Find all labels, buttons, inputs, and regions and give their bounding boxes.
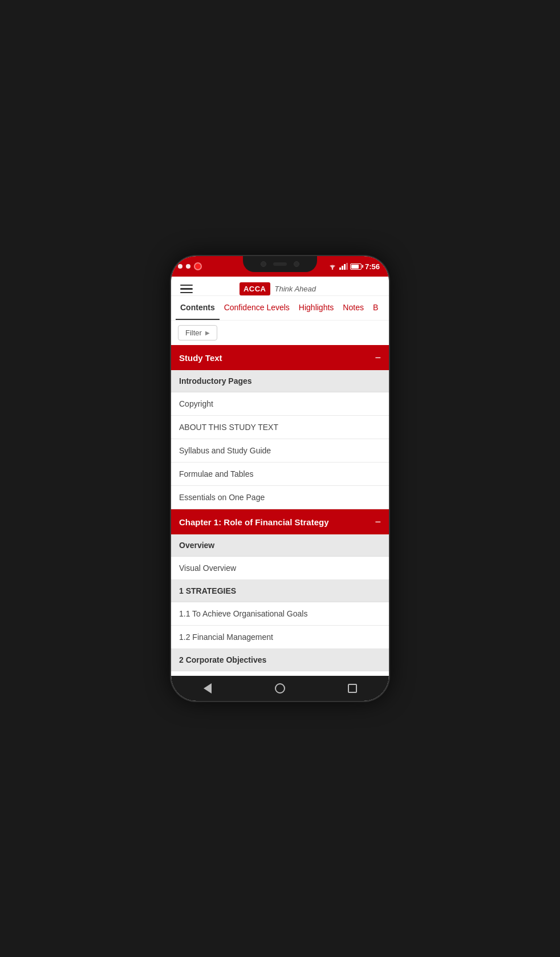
- subsection-introductory-pages[interactable]: Introductory Pages: [171, 370, 389, 392]
- hamburger-line-1: [180, 285, 193, 286]
- status-icons-right: 7:56: [328, 262, 380, 271]
- status-bar: 7:56: [171, 256, 389, 277]
- back-icon: [204, 683, 212, 694]
- tab-contents[interactable]: Contents: [176, 296, 220, 320]
- list-item-label: 1.1 To Achieve Organisational Goals: [179, 609, 307, 618]
- status-time: 7:56: [365, 262, 380, 271]
- list-item-copyright[interactable]: Copyright: [171, 392, 389, 416]
- back-button[interactable]: [201, 682, 214, 695]
- home-button[interactable]: [273, 682, 287, 695]
- list-item-label: Syllabus and Study Guide: [179, 446, 271, 455]
- filter-label: Filter: [185, 329, 202, 337]
- battery-icon: [350, 263, 362, 270]
- hamburger-line-3: [180, 292, 193, 294]
- list-item-label: Formulae and Tables: [179, 469, 253, 478]
- svg-point-0: [332, 268, 333, 269]
- recents-button[interactable]: [346, 682, 359, 695]
- list-item-label: Essentials on One Page: [179, 493, 265, 502]
- front-camera-2: [294, 261, 299, 267]
- list-item-syllabus[interactable]: Syllabus and Study Guide: [171, 439, 389, 463]
- app-header: ACCA Think Ahead: [171, 277, 389, 296]
- section-header-label: Chapter 1: Role of Financial Strategy: [179, 517, 329, 527]
- list-item-about[interactable]: ABOUT THIS STUDY TEXT: [171, 416, 389, 439]
- subsection-overview[interactable]: Overview: [171, 534, 389, 557]
- subsection-label: Introductory Pages: [179, 376, 252, 386]
- status-dot-2: [186, 264, 190, 269]
- filter-bar: Filter ▶: [171, 321, 389, 345]
- list-item-1-1[interactable]: 1.1 To Achieve Organisational Goals: [171, 602, 389, 626]
- tagline-text: Think Ahead: [275, 285, 316, 293]
- section-header-study-text[interactable]: Study Text −: [171, 345, 389, 370]
- hamburger-menu[interactable]: [180, 285, 193, 294]
- hamburger-line-2: [180, 288, 193, 290]
- list-item-formulae[interactable]: Formulae and Tables: [171, 463, 389, 486]
- acca-badge-text: ACCA: [240, 282, 270, 295]
- tab-bookmarks[interactable]: B: [368, 296, 383, 320]
- list-item-label: ABOUT THIS STUDY TEXT: [179, 423, 278, 432]
- list-item-2-1[interactable]: 2.1 Corporate Objectives in Practice: [171, 671, 389, 676]
- tab-highlights[interactable]: Highlights: [294, 296, 338, 320]
- subsection-corporate-objectives[interactable]: 2 Corporate Objectives: [171, 649, 389, 671]
- tab-confidence-levels[interactable]: Confidence Levels: [220, 296, 294, 320]
- subsection-label: 1 STRATEGIES: [179, 586, 236, 595]
- phone-screen: 7:56 ACCA Think Ahead Contents Confidenc…: [171, 256, 389, 701]
- list-item-essentials[interactable]: Essentials on One Page: [171, 486, 389, 509]
- tab-notes[interactable]: Notes: [338, 296, 368, 320]
- face-sensor: [273, 262, 287, 266]
- section-collapse-icon: −: [375, 352, 381, 363]
- subsection-label: 2 Corporate Objectives: [179, 655, 266, 664]
- list-item-1-2[interactable]: 1.2 Financial Management: [171, 626, 389, 649]
- home-icon: [275, 683, 285, 694]
- status-dot-1: [178, 264, 182, 269]
- bottom-nav: [171, 676, 389, 701]
- subsection-strategies[interactable]: 1 STRATEGIES: [171, 580, 389, 602]
- contents-list: Study Text − Introductory Pages Copyrigh…: [171, 345, 389, 676]
- list-item-label: 1.2 Financial Management: [179, 632, 273, 642]
- nav-tabs: Contents Confidence Levels Highlights No…: [171, 296, 389, 321]
- recents-icon: [348, 684, 357, 693]
- subsection-label: Overview: [179, 541, 214, 550]
- filter-arrow-icon: ▶: [205, 330, 210, 336]
- section-collapse-icon-ch1: −: [375, 517, 381, 527]
- list-item-visual-overview[interactable]: Visual Overview: [171, 557, 389, 580]
- phone-device: 7:56 ACCA Think Ahead Contents Confidenc…: [171, 256, 389, 701]
- front-camera: [261, 261, 266, 267]
- battery-fill: [351, 265, 359, 269]
- section-header-label: Study Text: [179, 353, 222, 363]
- acca-logo: ACCA Think Ahead: [240, 282, 316, 295]
- status-dot-red: [194, 262, 202, 270]
- notch: [243, 256, 317, 272]
- wifi-icon: [328, 263, 337, 270]
- section-header-chapter1[interactable]: Chapter 1: Role of Financial Strategy −: [171, 509, 389, 534]
- filter-button[interactable]: Filter ▶: [178, 325, 217, 340]
- status-icons-left: [178, 262, 202, 270]
- list-item-label: Copyright: [179, 399, 213, 408]
- signal-icon: [339, 263, 348, 270]
- list-item-label: Visual Overview: [179, 563, 236, 573]
